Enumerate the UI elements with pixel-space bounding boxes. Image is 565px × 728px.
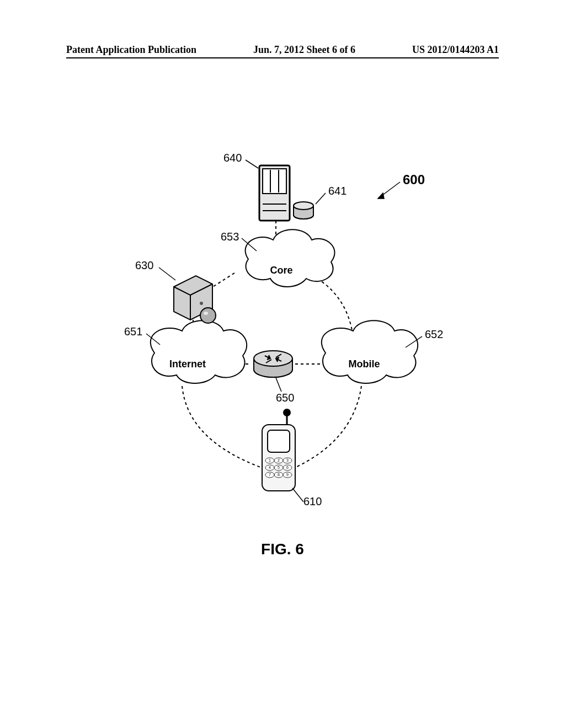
header-center: Jun. 7, 2012 Sheet 6 of 6 <box>253 44 355 56</box>
svg-marker-35 <box>378 193 384 199</box>
label-653: 653 <box>221 231 239 243</box>
leader-lines <box>99 149 475 524</box>
label-630: 630 <box>135 259 153 272</box>
svg-line-33 <box>316 193 326 204</box>
label-652: 652 <box>425 328 443 341</box>
svg-line-41 <box>292 488 303 502</box>
network-diagram: Core Internet Mobile <box>99 149 475 524</box>
svg-line-37 <box>159 267 175 280</box>
header-right: US 2012/0144203 A1 <box>412 44 499 56</box>
label-600: 600 <box>403 172 425 188</box>
svg-line-32 <box>246 160 258 168</box>
header-left: Patent Application Publication <box>66 44 196 56</box>
svg-line-39 <box>406 336 422 347</box>
page-header: Patent Application Publication Jun. 7, 2… <box>0 44 565 56</box>
svg-line-40 <box>276 378 281 392</box>
header-rule <box>66 57 499 58</box>
svg-line-38 <box>146 334 160 345</box>
label-610: 610 <box>303 495 322 508</box>
label-651: 651 <box>124 325 142 338</box>
figure-caption: FIG. 6 <box>0 540 565 558</box>
svg-line-36 <box>242 238 257 251</box>
label-640: 640 <box>223 152 242 164</box>
label-641: 641 <box>328 185 347 197</box>
label-650: 650 <box>276 392 294 404</box>
